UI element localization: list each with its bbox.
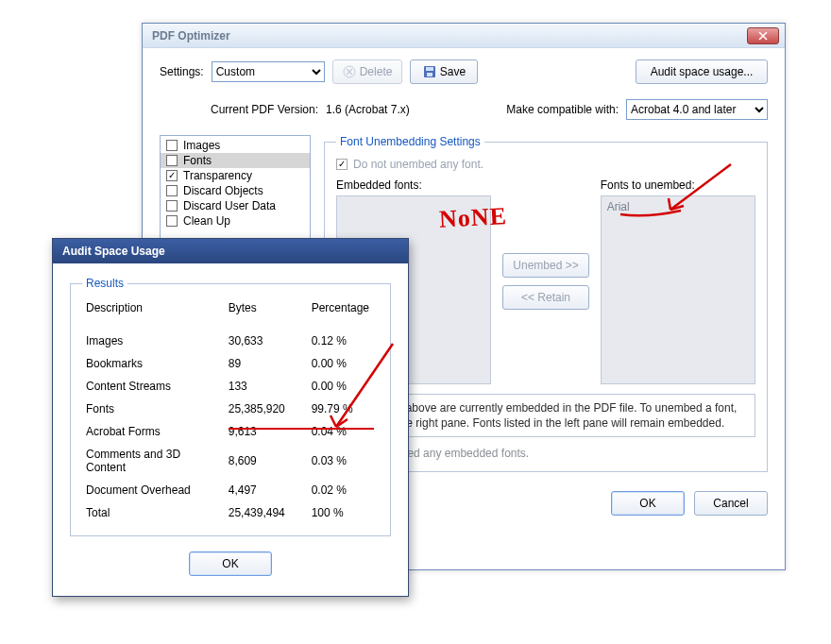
cell-bytes: 30,633 <box>225 330 308 352</box>
cell-bytes: 25,439,494 <box>225 501 308 524</box>
settings-select[interactable]: Custom <box>212 61 325 82</box>
col-bytes: Bytes <box>225 297 308 330</box>
current-version-value: 1.6 (Acrobat 7.x) <box>326 103 410 116</box>
audit-titlebar: Audit Space Usage <box>53 239 408 263</box>
table-row: Bookmarks890.00 % <box>82 352 379 375</box>
audit-title: Audit Space Usage <box>62 245 165 258</box>
table-row: Comments and 3D Content8,6090.03 % <box>82 443 379 479</box>
results-table: Description Bytes Percentage Images30,63… <box>82 297 379 524</box>
tounembed-label: Fonts to unembed: <box>601 178 755 192</box>
table-row: Total25,439,494100 % <box>82 501 379 524</box>
category-item[interactable]: Transparency <box>161 168 310 183</box>
category-checkbox[interactable] <box>166 215 178 227</box>
save-button[interactable]: Save <box>410 59 478 84</box>
retain-button[interactable]: << Retain <box>502 285 588 310</box>
delete-icon <box>343 65 356 78</box>
results-fieldset: Results Description Bytes Percentage Ima… <box>70 277 391 536</box>
table-row: Document Overhead4,4970.02 % <box>82 479 379 501</box>
cell-pct: 100 % <box>308 501 379 524</box>
results-legend: Results <box>82 277 127 290</box>
cell-pct: 0.00 % <box>308 352 379 375</box>
dont-unembed-label: Do not unembed any font. <box>353 158 483 171</box>
category-item[interactable]: Clean Up <box>161 213 310 229</box>
cell-pct: 99.79 % <box>308 398 379 420</box>
ok-button[interactable]: OK <box>611 491 685 516</box>
cell-bytes: 9,613 <box>225 420 308 443</box>
table-row: Content Streams1330.00 % <box>82 375 379 398</box>
cell-desc: Images <box>82 330 225 352</box>
table-row: Fonts25,385,92099.79 % <box>82 398 379 420</box>
category-checkbox[interactable] <box>166 170 178 181</box>
table-row: Acrobat Forms9,6130.04 % <box>82 420 379 443</box>
svg-rect-3 <box>427 73 432 76</box>
cell-desc: Document Overhead <box>82 479 225 501</box>
audit-space-usage-window: Audit Space Usage Results Description By… <box>52 238 409 597</box>
settings-label: Settings: <box>160 65 204 78</box>
category-item[interactable]: Discard Objects <box>161 183 310 198</box>
cell-pct: 0.02 % <box>308 479 379 501</box>
category-item[interactable]: Fonts <box>161 153 310 168</box>
window-title: PDF Optimizer <box>152 29 230 42</box>
cell-desc: Comments and 3D Content <box>82 443 225 479</box>
cell-bytes: 4,497 <box>225 479 308 501</box>
cell-desc: Fonts <box>82 398 225 420</box>
category-label: Discard User Data <box>183 199 276 212</box>
category-item[interactable]: Images <box>161 138 310 153</box>
save-icon <box>423 65 436 78</box>
cell-desc: Total <box>82 501 225 524</box>
compat-select[interactable]: Acrobat 4.0 and later <box>626 99 768 120</box>
tounembed-list[interactable]: Arial <box>601 195 755 384</box>
dont-unembed-checkbox[interactable] <box>336 159 348 170</box>
audit-ok-button[interactable]: OK <box>189 551 272 576</box>
category-checkbox[interactable] <box>166 185 178 196</box>
cell-bytes: 25,385,920 <box>225 398 308 420</box>
col-description: Description <box>82 297 225 330</box>
category-item[interactable]: Discard User Data <box>161 198 310 213</box>
window-close-button[interactable] <box>747 27 779 44</box>
category-checkbox[interactable] <box>166 155 178 166</box>
cell-pct: 0.12 % <box>308 330 379 352</box>
cancel-button[interactable]: Cancel <box>694 491 768 516</box>
table-row: Images30,6330.12 % <box>82 330 379 352</box>
titlebar: PDF Optimizer <box>143 24 785 48</box>
category-label: Transparency <box>183 169 252 182</box>
category-label: Images <box>183 139 220 152</box>
category-checkbox[interactable] <box>166 200 178 212</box>
category-label: Discard Objects <box>183 184 263 197</box>
close-icon <box>758 31 768 41</box>
col-percentage: Percentage <box>308 297 379 330</box>
cell-bytes: 89 <box>225 352 308 375</box>
category-label: Fonts <box>183 154 212 167</box>
embedded-fonts-label: Embedded fonts: <box>336 178 491 192</box>
compat-label: Make compatible with: <box>506 103 619 116</box>
cell-desc: Content Streams <box>82 375 225 398</box>
cell-desc: Acrobat Forms <box>82 420 225 443</box>
unembed-button[interactable]: Unembed >> <box>502 253 588 278</box>
category-checkbox[interactable] <box>166 140 178 151</box>
delete-button[interactable]: Delete <box>332 59 403 84</box>
cell-pct: 0.04 % <box>308 420 379 443</box>
cell-bytes: 8,609 <box>225 443 308 479</box>
svg-rect-2 <box>426 67 433 71</box>
cell-pct: 0.00 % <box>308 375 379 398</box>
category-label: Clean Up <box>183 214 230 228</box>
audit-space-usage-button[interactable]: Audit space usage... <box>636 59 768 84</box>
cell-desc: Bookmarks <box>82 352 225 375</box>
cell-bytes: 133 <box>225 375 308 398</box>
list-item[interactable]: Arial <box>607 200 749 213</box>
fonts-settings-legend: Font Unembedding Settings <box>336 135 484 148</box>
cell-pct: 0.03 % <box>308 443 379 479</box>
current-version-label: Current PDF Version: <box>211 103 318 116</box>
